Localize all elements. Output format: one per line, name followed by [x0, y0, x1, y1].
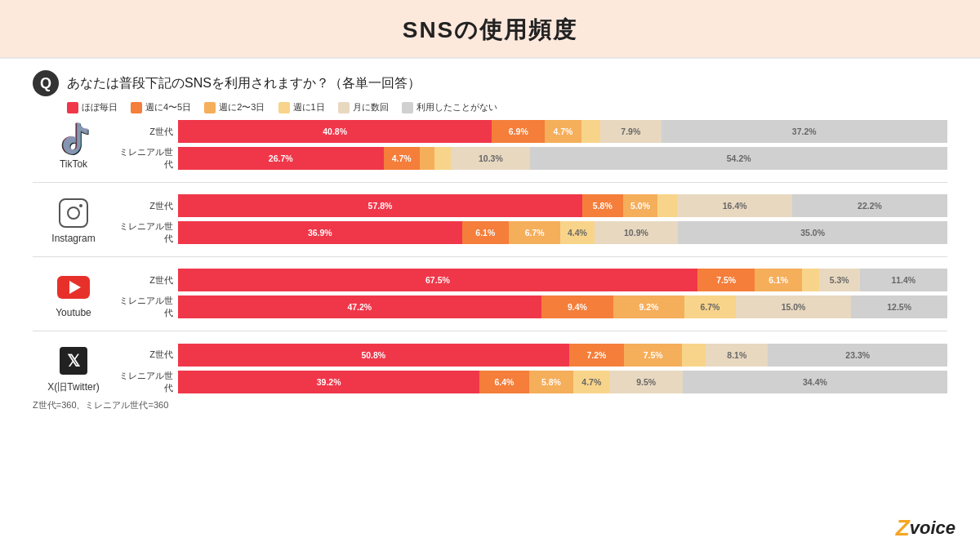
page: SNSの使用頻度 Q あなたは普段下記のSNSを利用されますか？（各単一回答） …	[0, 0, 980, 551]
bar-container: 36.9%6.1%6.7%4.4%10.9%35.0%	[178, 221, 947, 244]
bar-segment: 9.5%	[609, 371, 682, 393]
legend-item: 利用したことがない	[402, 101, 497, 113]
bar-container: 40.8%6.9%4.7%7.9%37.2%	[178, 120, 947, 143]
bar-segment: 6.7%	[684, 295, 736, 318]
bar-segment: 67.5%	[178, 269, 697, 291]
bar-row: Z世代67.5%7.5%6.1%5.3%11.4%	[114, 269, 947, 291]
bar-segment: 8.1%	[706, 344, 768, 367]
legend: ほぼ毎日週に4〜5日週に2〜3日週に1日月に数回利用したことがない	[67, 101, 947, 113]
bar-segment: 6.4%	[479, 371, 528, 393]
question-row: Q あなたは普段下記のSNSを利用されますか？（各単一回答）	[33, 70, 947, 96]
sns-section-Youtube: YoutubeZ世代67.5%7.5%6.1%5.3%11.4%ミレニアル世代4…	[33, 269, 947, 319]
content-area: Q あなたは普段下記のSNSを利用されますか？（各単一回答） ほぼ毎日週に4〜5…	[0, 59, 980, 416]
bar-container: 50.8%7.2%7.5%8.1%23.3%	[178, 344, 947, 367]
bar-segment: 4.4%	[560, 221, 594, 244]
x-icon: 𝕏	[56, 343, 91, 379]
bars-col-Instagram: Z世代57.8%5.8%5.0%16.4%22.2%ミレニアル世代36.9%6.…	[114, 194, 947, 245]
bar-row: Z世代50.8%7.2%7.5%8.1%23.3%	[114, 344, 947, 367]
bar-segment: 34.4%	[683, 371, 947, 393]
bar-segment: 22.2%	[792, 194, 947, 217]
bar-segment: 7.5%	[697, 269, 755, 291]
bar-row: ミレニアル世代26.7%4.7%10.3%54.2%	[114, 146, 947, 171]
bar-segment: 9.2%	[613, 295, 684, 318]
bar-segment: 5.3%	[819, 269, 860, 291]
bar-segment: 23.3%	[768, 344, 947, 367]
bar-segment	[581, 120, 601, 143]
legend-item: 週に4〜5日	[131, 101, 191, 113]
generation-label: Z世代	[114, 274, 173, 287]
question-text: あなたは普段下記のSNSを利用されますか？（各単一回答）	[67, 75, 421, 92]
bar-segment: 5.8%	[529, 371, 574, 393]
chart-area: TikTokZ世代40.8%6.9%4.7%7.9%37.2%ミレニアル世代26…	[33, 120, 947, 394]
sns-section-Instagram: InstagramZ世代57.8%5.8%5.0%16.4%22.2%ミレニアル…	[33, 194, 947, 245]
bar-container: 57.8%5.8%5.0%16.4%22.2%	[178, 194, 947, 217]
sns-section-TikTok: TikTokZ世代40.8%6.9%4.7%7.9%37.2%ミレニアル世代26…	[33, 120, 947, 171]
bar-segment: 4.7%	[545, 120, 581, 143]
sns-icon-col-Youtube: Youtube	[33, 269, 114, 318]
sns-label-Youtube: Youtube	[56, 307, 91, 318]
q-icon: Q	[33, 70, 59, 96]
bar-segment: 9.4%	[541, 295, 614, 318]
instagram-icon	[56, 195, 91, 231]
legend-item: ほぼ毎日	[67, 101, 118, 113]
bar-segment: 7.2%	[569, 344, 625, 367]
bars-col-Youtube: Z世代67.5%7.5%6.1%5.3%11.4%ミレニアル世代47.2%9.4…	[114, 269, 947, 319]
bar-row: ミレニアル世代39.2%6.4%5.8%4.7%9.5%34.4%	[114, 370, 947, 394]
bar-row: Z世代40.8%6.9%4.7%7.9%37.2%	[114, 120, 947, 143]
legend-item: 月に数回	[338, 101, 389, 113]
bar-segment	[802, 269, 819, 291]
page-title: SNSの使用頻度	[0, 15, 980, 46]
logo-text: voice	[910, 518, 956, 539]
generation-label: ミレニアル世代	[114, 146, 173, 171]
sns-label-Instagram: Instagram	[51, 233, 95, 244]
youtube-icon	[56, 269, 91, 305]
bar-container: 26.7%4.7%10.3%54.2%	[178, 147, 947, 170]
footer-note: Z世代=360、ミレニアル世代=360	[33, 399, 947, 411]
bar-row: ミレニアル世代36.9%6.1%6.7%4.4%10.9%35.0%	[114, 220, 947, 245]
bar-segment: 37.2%	[662, 120, 947, 143]
bar-segment: 36.9%	[178, 221, 462, 244]
divider	[33, 256, 947, 257]
bar-segment: 6.1%	[462, 221, 509, 244]
bar-segment: 57.8%	[178, 194, 582, 217]
bar-segment	[420, 147, 434, 170]
legend-item: 週に1日	[278, 101, 325, 113]
generation-label: Z世代	[114, 349, 173, 361]
bar-segment: 54.2%	[530, 147, 947, 170]
bar-segment: 15.0%	[736, 295, 851, 318]
bars-col-TikTok: Z世代40.8%6.9%4.7%7.9%37.2%ミレニアル世代26.7%4.7…	[114, 120, 947, 171]
sns-label-X(旧Twitter): X(旧Twitter)	[47, 380, 99, 394]
bar-segment	[682, 344, 706, 367]
bar-segment: 39.2%	[178, 371, 479, 393]
bar-segment: 6.1%	[755, 269, 801, 291]
bar-segment: 12.5%	[851, 295, 947, 318]
bar-segment: 16.4%	[677, 194, 791, 217]
divider	[33, 182, 947, 183]
sns-icon-col-X(旧Twitter): 𝕏X(旧Twitter)	[33, 343, 114, 394]
sns-label-TikTok: TikTok	[60, 158, 87, 170]
bar-container: 47.2%9.4%9.2%6.7%15.0%12.5%	[178, 295, 947, 318]
header: SNSの使用頻度	[0, 0, 980, 59]
generation-label: Z世代	[114, 126, 173, 138]
bar-segment: 7.5%	[624, 344, 682, 367]
logo-z: Z	[896, 515, 910, 541]
bar-segment: 4.7%	[573, 371, 609, 393]
generation-label: ミレニアル世代	[114, 220, 173, 245]
tiktok-icon	[56, 121, 91, 157]
bar-segment: 35.0%	[678, 221, 947, 244]
bar-segment: 26.7%	[178, 147, 384, 170]
sns-icon-col-Instagram: Instagram	[33, 195, 114, 244]
zvoice-logo: Z voice	[896, 515, 956, 541]
bar-segment: 11.4%	[860, 269, 947, 291]
bar-segment: 47.2%	[178, 295, 541, 318]
bar-segment: 10.9%	[595, 221, 679, 244]
bar-segment: 10.3%	[451, 147, 530, 170]
bar-segment: 40.8%	[178, 120, 492, 143]
generation-label: Z世代	[114, 200, 173, 212]
bar-segment: 4.7%	[384, 147, 420, 170]
bar-segment: 6.9%	[492, 120, 545, 143]
bar-segment	[657, 194, 677, 217]
bar-segment	[434, 147, 452, 170]
sns-icon-col-TikTok: TikTok	[33, 121, 114, 170]
bar-segment: 7.9%	[600, 120, 661, 143]
